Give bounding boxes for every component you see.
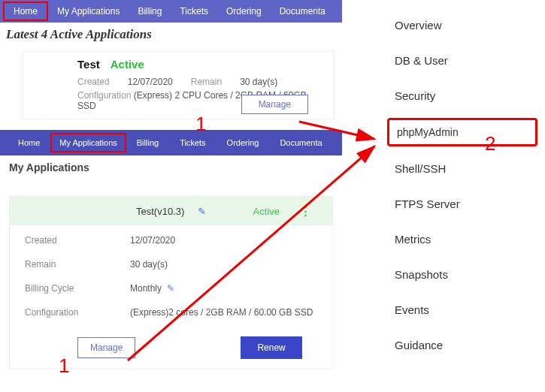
edit-icon[interactable]: ✎ <box>198 206 206 217</box>
menu-db-user[interactable]: DB & User <box>387 43 545 78</box>
menu-ftps-server[interactable]: FTPS Server <box>387 186 545 222</box>
nav2-ordering[interactable]: Ordering <box>216 133 270 152</box>
manage-button-2[interactable]: Manage <box>77 337 135 358</box>
nav-billing[interactable]: Billing <box>129 2 171 21</box>
row-remain: Remain 30 day(s) <box>10 252 332 276</box>
row-configuration: Configuration (Express)2 cores / 2GB RAM… <box>10 300 332 324</box>
kebab-menu-icon[interactable]: ⋮ <box>300 204 311 218</box>
nav-documentation[interactable]: Documenta <box>271 2 335 21</box>
menu-snapshots[interactable]: Snapshots <box>387 257 545 292</box>
billing-cycle-text: Monthly <box>130 283 162 294</box>
nav2-my-applications[interactable]: My Applications <box>50 133 126 152</box>
menu-events[interactable]: Events <box>387 292 545 327</box>
created-label: Created <box>25 235 130 246</box>
second-nav: Home My Applications Billing Tickets Ord… <box>0 130 342 155</box>
nav2-tickets[interactable]: Tickets <box>169 133 216 152</box>
nav-home[interactable]: Home <box>3 2 48 21</box>
nav-tickets[interactable]: Tickets <box>171 2 217 21</box>
manage-button[interactable]: Manage <box>241 95 308 114</box>
app-status: Active <box>111 58 144 71</box>
menu-metrics[interactable]: Metrics <box>387 222 545 257</box>
app-name: Test <box>77 58 100 71</box>
top-nav: Home My Applications Billing Tickets Ord… <box>0 0 342 23</box>
detail-app-name: Test(v10.3) <box>136 206 184 217</box>
section-title: Latest 4 Active Applications <box>0 23 342 47</box>
created-label: Created <box>77 77 110 87</box>
my-applications-heading: My Applications <box>0 155 342 179</box>
nav2-documentation[interactable]: Documenta <box>269 133 332 152</box>
app-card: Test Active Created 12/07/2020 Remain 30… <box>23 51 335 119</box>
menu-overview[interactable]: Overview <box>387 8 545 43</box>
nav-my-applications[interactable]: My Applications <box>48 2 129 21</box>
billing-cycle-label: Billing Cycle <box>25 283 130 294</box>
nav2-billing[interactable]: Billing <box>126 133 169 152</box>
row-created: Created 12/07/2020 <box>10 228 332 252</box>
menu-phpmyadmin[interactable]: phpMyAdmin <box>387 118 537 146</box>
nav-ordering[interactable]: Ordering <box>217 2 271 21</box>
edit-cycle-icon[interactable]: ✎ <box>167 283 174 294</box>
configuration-value: (Express)2 cores / 2GB RAM / 60.00 GB SS… <box>130 307 313 318</box>
billing-cycle-value: Monthly ✎ <box>130 283 174 294</box>
remain-label: Remain <box>25 259 130 270</box>
remain-value: 30 day(s) <box>240 77 277 87</box>
remain-value: 30 day(s) <box>130 259 168 270</box>
renew-button[interactable]: Renew <box>241 336 301 359</box>
app-detail-card: Test(v10.3) ✎ Active ⋮ Created 12/07/202… <box>9 196 333 369</box>
row-billing-cycle: Billing Cycle Monthly ✎ <box>10 276 332 300</box>
detail-status: Active <box>253 206 280 217</box>
menu-guidance[interactable]: Guidance <box>387 327 545 363</box>
nav2-home[interactable]: Home <box>8 133 50 152</box>
created-value: 12/07/2020 <box>130 235 175 246</box>
menu-shell-ssh[interactable]: Shell/SSH <box>387 151 545 186</box>
config-label: Configuration <box>77 90 131 101</box>
detail-header: Test(v10.3) ✎ Active ⋮ <box>10 197 332 225</box>
created-value: 12/07/2020 <box>128 77 173 87</box>
menu-security[interactable]: Security <box>387 78 545 113</box>
remain-label: Remain <box>191 77 222 87</box>
configuration-label: Configuration <box>25 307 130 318</box>
side-menu: Overview DB & User Security phpMyAdmin S… <box>357 0 545 370</box>
app-avatar <box>23 64 68 107</box>
